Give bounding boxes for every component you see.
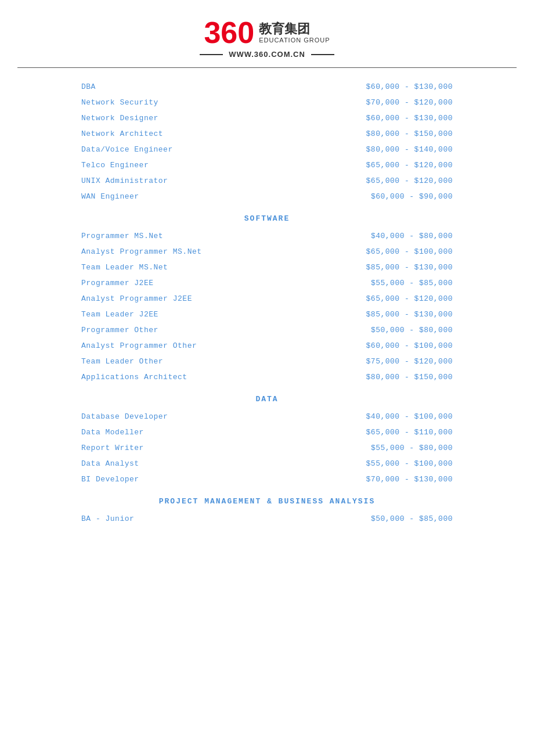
table-row: Analyst Programmer J2EE$65,000 - $120,00… [35,291,499,306]
section-header-3: DATA [35,395,499,404]
url-dash-right [311,54,334,55]
logo-right: 教育集团 EDUCATION GROUP [259,21,330,44]
section-header-1: SOFTWARE [35,214,499,223]
salary-range: $75,000 - $120,000 [366,357,453,366]
job-title: Data/Voice Engineer [81,145,173,154]
table-row: Data Modeller$65,000 - $110,000 [35,425,499,440]
job-title: BI Developer [81,475,139,484]
table-row: Telco Engineer$65,000 - $120,000 [35,158,499,172]
job-title: Programmer Other [81,326,158,334]
logo-360-text: 360 [204,17,254,48]
salary-range: $65,000 - $110,000 [366,428,453,437]
table-row: Network Architect$80,000 - $150,000 [35,127,499,141]
salary-range: $50,000 - $80,000 [371,326,453,334]
job-title: Data Modeller [81,428,144,437]
table-row: Team Leader MS.Net$85,000 - $130,000 [35,260,499,275]
logo-url-text: WWW.360.COM.CN [229,50,305,59]
salary-range: $60,000 - $90,000 [371,192,453,201]
table-row: Programmer Other$50,000 - $80,000 [35,323,499,337]
table-row: BA - Junior$50,000 - $85,000 [35,512,499,526]
table-row: Team Leader Other$75,000 - $120,000 [35,354,499,369]
salary-range: $65,000 - $120,000 [366,177,453,185]
salary-range: $65,000 - $120,000 [366,161,453,170]
table-row: Programmer MS.Net$40,000 - $80,000 [35,229,499,243]
table-row: Data Analyst$55,000 - $100,000 [35,456,499,471]
table-row: DBA$60,000 - $130,000 [35,80,499,94]
job-title: Report Writer [81,444,144,452]
table-row: Analyst Programmer MS.Net$65,000 - $100,… [35,244,499,259]
job-title: Analyst Programmer MS.Net [81,247,202,256]
table-row: Report Writer$55,000 - $80,000 [35,441,499,455]
header: 360 教育集团 EDUCATION GROUP WWW.360.COM.CN [0,0,534,67]
logo-container: 360 教育集团 EDUCATION GROUP [204,17,330,48]
job-title: Network Designer [81,114,158,123]
job-title: Team Leader J2EE [81,310,158,319]
table-row: Applications Architect$80,000 - $150,000 [35,370,499,384]
salary-range: $60,000 - $130,000 [366,114,453,123]
table-row: Programmer J2EE$55,000 - $85,000 [35,276,499,290]
main-content: DBA$60,000 - $130,000Network Security$70… [0,80,534,526]
header-divider [17,67,517,68]
salary-range: $85,000 - $130,000 [366,263,453,272]
job-title: Team Leader Other [81,357,163,366]
job-title: Programmer MS.Net [81,232,163,240]
url-dash-left [200,54,223,55]
table-row: UNIX Administrator$65,000 - $120,000 [35,174,499,188]
logo-url-row: WWW.360.COM.CN [0,50,534,59]
salary-range: $85,000 - $130,000 [366,310,453,319]
salary-range: $70,000 - $130,000 [366,475,453,484]
logo-chinese-text: 教育集团 [259,21,310,37]
job-title: Network Architect [81,129,163,138]
salary-range: $80,000 - $140,000 [366,145,453,154]
table-row: Network Designer$60,000 - $130,000 [35,111,499,125]
salary-range: $65,000 - $120,000 [366,294,453,303]
job-title: Analyst Programmer Other [81,341,197,350]
job-title: UNIX Administrator [81,177,168,185]
salary-range: $70,000 - $120,000 [366,98,453,107]
salary-range: $80,000 - $150,000 [366,129,453,138]
job-title: Database Developer [81,412,168,421]
job-title: Analyst Programmer J2EE [81,294,192,303]
table-row: Team Leader J2EE$85,000 - $130,000 [35,307,499,322]
salary-range: $60,000 - $100,000 [366,341,453,350]
salary-range: $55,000 - $85,000 [371,279,453,287]
salary-range: $50,000 - $85,000 [371,514,453,523]
table-row: Data/Voice Engineer$80,000 - $140,000 [35,142,499,157]
job-title: Network Security [81,98,158,107]
salary-range: $40,000 - $100,000 [366,412,453,421]
job-title: BA - Junior [81,514,134,523]
job-title: WAN Engineer [81,192,139,201]
salary-range: $40,000 - $80,000 [371,232,453,240]
table-row: Network Security$70,000 - $120,000 [35,95,499,110]
job-title: Telco Engineer [81,161,149,170]
job-title: Applications Architect [81,373,187,381]
salary-range: $60,000 - $130,000 [366,82,453,91]
salary-range: $55,000 - $100,000 [366,459,453,468]
table-row: BI Developer$70,000 - $130,000 [35,472,499,487]
salary-range: $55,000 - $80,000 [371,444,453,452]
job-title: Programmer J2EE [81,279,154,287]
job-title: Team Leader MS.Net [81,263,168,272]
salary-range: $65,000 - $100,000 [366,247,453,256]
job-title: DBA [81,82,96,91]
table-row: Database Developer$40,000 - $100,000 [35,409,499,424]
salary-range: $80,000 - $150,000 [366,373,453,381]
job-title: Data Analyst [81,459,139,468]
section-header-5: PROJECT MANAGEMENT & BUSINESS ANALYSIS [35,497,499,506]
table-row: WAN Engineer$60,000 - $90,000 [35,189,499,204]
table-row: Analyst Programmer Other$60,000 - $100,0… [35,339,499,353]
logo-education-text: EDUCATION GROUP [259,37,330,44]
